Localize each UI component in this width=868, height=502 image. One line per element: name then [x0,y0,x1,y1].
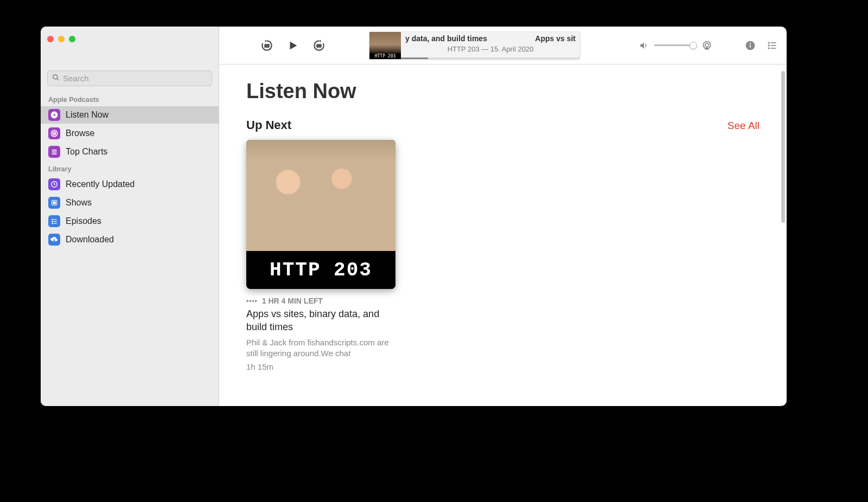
sidebar-item-browse[interactable]: Browse [41,125,219,142]
content-area: Listen Now Up Next See All HTTP 203 ••••… [219,65,787,406]
svg-rect-30 [771,42,776,43]
window-controls [41,27,219,52]
airplay-icon[interactable] [701,40,713,52]
page-title: Listen Now [246,80,760,103]
see-all-link[interactable]: See All [727,120,760,132]
sidebar-item-label: Listen Now [66,110,108,120]
search-box[interactable] [47,70,212,86]
sidebar: Apple Podcasts Listen Now Browse [41,27,219,406]
sidebar-item-downloaded[interactable]: Downloaded [41,231,219,248]
sidebar-item-label: Recently Updated [66,179,135,189]
svg-rect-8 [52,151,56,152]
svg-point-31 [768,44,770,46]
now-playing-display[interactable]: HTTP 203 y data, and build times Apps vs… [369,31,580,60]
sidebar-item-listen-now[interactable]: Listen Now [41,106,219,124]
sidebar-item-shows[interactable]: Shows [41,194,219,211]
sidebar-item-top-charts[interactable]: Top Charts [41,143,219,160]
shows-icon [48,197,60,209]
svg-rect-18 [54,223,57,224]
scrollbar[interactable] [781,71,785,223]
episode-card[interactable]: HTTP 203 •••• 1 HR 4 MIN LEFT Apps vs si… [246,140,395,371]
svg-rect-14 [54,220,57,220]
sidebar-item-label: Top Charts [66,147,107,157]
svg-point-0 [53,74,58,79]
svg-rect-13 [52,219,53,220]
episode-duration: 1h 15m [246,362,395,371]
svg-point-6 [54,133,55,134]
svg-marker-22 [640,42,644,49]
svg-rect-34 [771,48,776,49]
minimize-window-button[interactable] [58,36,65,42]
volume-thumb[interactable] [690,42,697,49]
sidebar-item-label: Browse [66,128,94,138]
sidebar-item-label: Shows [66,198,92,208]
volume-icon [638,40,650,52]
app-window: Apple Podcasts Listen Now Browse [41,27,787,406]
skip-back-button[interactable]: 15 [259,38,275,53]
svg-rect-16 [54,221,57,222]
svg-rect-32 [771,45,776,46]
progress-fill [401,57,428,59]
fullscreen-window-button[interactable] [69,36,75,42]
svg-rect-17 [52,223,53,224]
svg-point-33 [768,47,770,49]
sidebar-item-recently-updated[interactable]: Recently Updated [41,176,219,193]
sidebar-section-library: Library [41,161,219,175]
svg-marker-20 [290,41,297,49]
browse-icon [48,127,60,139]
section-up-next-title: Up Next [246,118,291,132]
svg-point-24 [705,43,709,47]
playback-controls: 15 30 [259,38,327,53]
info-icon[interactable] [744,40,756,52]
now-playing-art-label: HTTP 203 [369,53,401,59]
artwork-text: HTTP 203 [246,251,395,289]
svg-rect-9 [52,153,56,155]
listen-now-icon [48,109,60,121]
queue-icon[interactable] [766,40,778,52]
episode-artwork: HTTP 203 [246,140,395,289]
toolbar: 15 30 HTTP 203 [219,27,787,65]
top-charts-icon [48,146,60,158]
download-icon [48,234,60,246]
progress-bar[interactable] [401,57,580,59]
close-window-button[interactable] [47,36,54,42]
svg-text:30: 30 [317,43,321,48]
time-remaining: 1 HR 4 MIN LEFT [262,297,323,305]
volume-slider[interactable] [654,44,697,46]
svg-point-28 [750,42,751,43]
svg-rect-12 [53,202,56,204]
now-playing-artwork: HTTP 203 [369,32,401,59]
episode-description: Phil & Jack from fishandscripts.com are … [246,337,395,359]
sidebar-item-label: Downloaded [66,235,114,244]
skip-forward-button[interactable]: 30 [311,38,327,53]
main-pane: 15 30 HTTP 203 [219,27,787,406]
play-button[interactable] [285,38,301,53]
sidebar-section-apple-podcasts: Apple Podcasts [41,92,219,106]
now-playing-subtitle: HTTP 203 — 15. April 2020 [401,45,580,53]
svg-point-29 [768,42,770,43]
episode-title: Apps vs sites, binary data, and build ti… [246,307,395,334]
svg-rect-15 [52,221,53,222]
progress-indicator-icon: •••• [246,297,258,305]
sidebar-item-episodes[interactable]: Episodes [41,213,219,230]
svg-rect-27 [750,44,751,48]
search-icon [52,74,60,83]
clock-icon [48,178,60,190]
volume-control[interactable] [638,40,713,52]
svg-line-1 [57,78,59,80]
list-icon [48,215,60,227]
sidebar-item-label: Episodes [66,216,101,226]
search-input[interactable] [63,74,207,83]
svg-rect-7 [52,150,56,151]
now-playing-title: y data, and build times Apps vs sit [405,34,576,43]
svg-text:15: 15 [265,43,269,48]
